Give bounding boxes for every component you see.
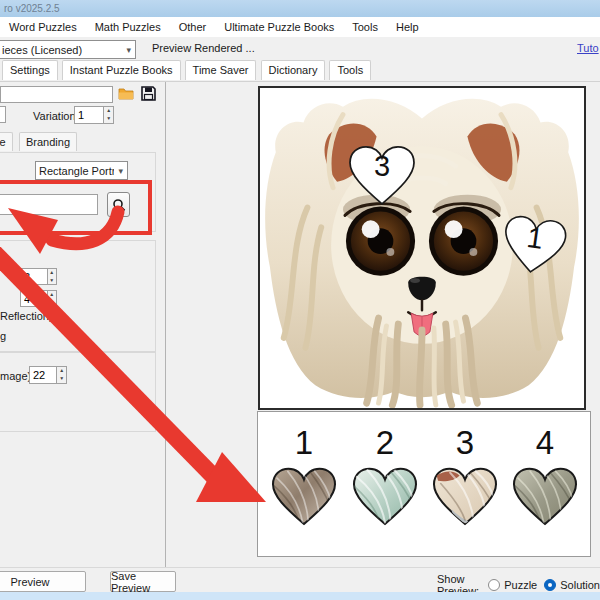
columns-spinner[interactable]: ▲ ▼ <box>20 290 57 307</box>
key-number: 2 <box>376 420 394 466</box>
settings-sidebar: Variations ▲ ▼ le Branding Rectangle Por… <box>0 82 166 567</box>
filename-input[interactable] <box>0 86 113 103</box>
menu-tools[interactable]: Tools <box>343 21 387 33</box>
spinner-down-icon[interactable]: ▼ <box>48 299 56 307</box>
key-column-3: 3 <box>425 420 505 528</box>
variations-spinner[interactable]: ▲ ▼ <box>74 106 114 124</box>
save-icon <box>140 85 157 102</box>
open-folder-button[interactable] <box>117 85 135 102</box>
puzzle-radio-option[interactable]: Puzzle <box>488 579 537 591</box>
main-tab-strip: Settings Instant Puzzle Books Time Saver… <box>0 60 600 82</box>
annotation-rectangle <box>0 180 152 235</box>
tutorials-link[interactable]: Tuto <box>577 42 599 54</box>
per-image-value[interactable] <box>29 366 56 384</box>
color-key-panel: 1 2 <box>257 411 591 557</box>
key-column-2: 2 <box>345 420 425 528</box>
key-heart-3 <box>430 466 500 528</box>
chevron-down-icon: ▾ <box>122 45 135 55</box>
reflection-label: Reflection) <box>0 310 53 322</box>
solution-heart-3: 3 <box>346 144 418 208</box>
menu-bar: Word Puzzles Math Puzzles Other Ultimate… <box>0 17 600 37</box>
save-button[interactable] <box>139 84 158 103</box>
radio-selected-icon[interactable] <box>544 579 556 591</box>
trailing-label: g <box>0 330 6 342</box>
render-status-text: Preview Rendered ... <box>152 42 255 54</box>
toolbar: ieces (Licensed) ▾ Preview Rendered ... … <box>0 37 600 60</box>
render-preview-label: Preview <box>10 576 49 588</box>
spinner-up-icon[interactable]: ▲ <box>104 107 113 115</box>
columns-value[interactable] <box>20 290 47 307</box>
spinner-down-icon[interactable]: ▼ <box>48 277 56 285</box>
window-title: ro v2025.2.5 <box>4 3 60 14</box>
variations-value[interactable] <box>74 106 103 124</box>
tab-instant-puzzle-books[interactable]: Instant Puzzle Books <box>62 60 181 80</box>
solution-radio-label: Solution <box>560 579 600 591</box>
key-heart-1 <box>269 466 339 528</box>
per-image-label: mage) <box>0 370 31 382</box>
spinner-up-icon[interactable]: ▲ <box>48 291 56 299</box>
layout-dropdown[interactable]: Rectangle Portrait ▾ <box>35 161 128 180</box>
key-column-1: 1 <box>264 420 344 528</box>
key-number: 3 <box>456 420 474 466</box>
preset-combobox[interactable]: ieces (Licensed) ▾ <box>0 40 136 59</box>
key-number: 1 <box>295 420 313 466</box>
menu-math-puzzles[interactable]: Math Puzzles <box>86 21 170 33</box>
chevron-down-icon: ▾ <box>114 166 127 176</box>
per-image-group <box>0 352 156 432</box>
menu-other[interactable]: Other <box>170 21 216 33</box>
menu-word-puzzles[interactable]: Word Puzzles <box>0 21 86 33</box>
layout-dropdown-value: Rectangle Portrait <box>36 165 114 177</box>
key-heart-2 <box>350 466 420 528</box>
spinner-up-icon[interactable]: ▲ <box>48 269 56 277</box>
annotation-diagonal-arrowhead <box>196 452 266 502</box>
spinner-down-icon[interactable]: ▼ <box>57 375 66 383</box>
save-preview-label: Save Preview <box>111 570 175 594</box>
rows-spinner[interactable]: ▲ ▼ <box>20 268 57 285</box>
spinner-up-icon[interactable]: ▲ <box>57 367 66 375</box>
solution-heart-number: 3 <box>346 150 418 183</box>
key-heart-4 <box>510 466 580 528</box>
taskbar-edge <box>0 592 600 600</box>
solution-heart-1: 1 <box>496 212 572 281</box>
menu-help[interactable]: Help <box>387 21 428 33</box>
app-window: ro v2025.2.5 Word Puzzles Math Puzzles O… <box>0 0 600 600</box>
tab-dictionary[interactable]: Dictionary <box>261 60 326 80</box>
render-preview-button[interactable]: Preview <box>0 571 86 592</box>
sub-tab-style[interactable]: le <box>0 132 13 151</box>
tab-time-saver[interactable]: Time Saver <box>185 60 257 80</box>
save-preview-button[interactable]: Save Preview <box>110 571 176 592</box>
rows-value[interactable] <box>20 268 47 285</box>
spinner-down-icon[interactable]: ▼ <box>104 115 113 123</box>
footer-bar: Preview Save Preview Show Preview: Puzzl… <box>0 567 600 592</box>
cropped-edge-field[interactable] <box>0 106 6 123</box>
preset-combobox-value: ieces (Licensed) <box>0 44 122 56</box>
key-column-4: 4 <box>505 420 585 528</box>
solution-radio-option[interactable]: Solution <box>544 579 600 591</box>
key-number: 4 <box>536 420 554 466</box>
radio-unselected-icon[interactable] <box>488 579 500 591</box>
preview-image-panel: 3 1 <box>258 86 586 410</box>
tab-settings[interactable]: Settings <box>2 60 58 80</box>
title-bar: ro v2025.2.5 <box>0 0 600 17</box>
puzzle-radio-label: Puzzle <box>504 579 537 591</box>
folder-icon <box>118 87 134 100</box>
sub-tab-branding[interactable]: Branding <box>19 132 77 151</box>
per-image-spinner[interactable]: ▲ ▼ <box>29 366 67 384</box>
menu-ultimate-puzzle-books[interactable]: Ultimate Puzzle Books <box>215 21 343 33</box>
tab-tools[interactable]: Tools <box>329 60 371 80</box>
